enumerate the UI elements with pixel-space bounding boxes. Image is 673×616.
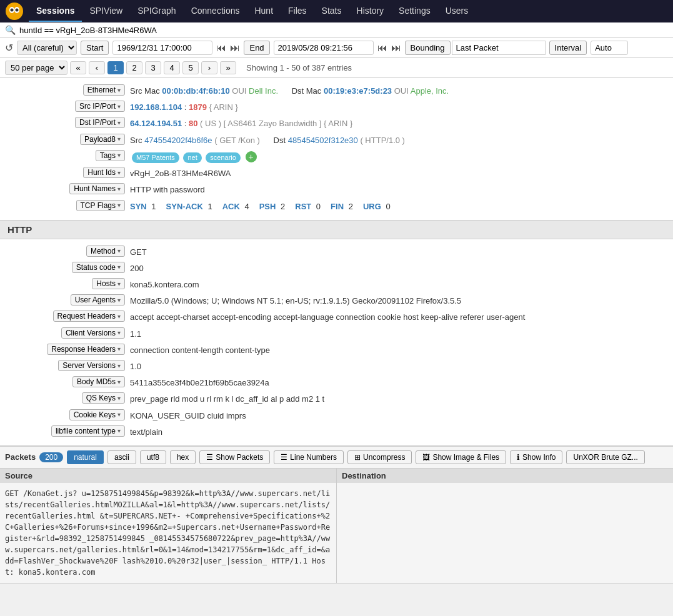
payload8-label-btn[interactable]: Payload8 ▾ (80, 134, 125, 145)
page-first-btn[interactable]: « (70, 61, 86, 74)
svg-point-3 (11, 9, 14, 12)
src-dst-bar: Source GET /KonaGet.js? u=1258751499845&… (0, 469, 673, 584)
start-next-btn[interactable]: ⏭ (230, 42, 240, 54)
page-next-btn[interactable]: › (201, 61, 217, 74)
http-section-header: HTTP (0, 220, 673, 239)
show-info-label: Show Info (522, 453, 556, 462)
field-server-versions: Server Versions ▾ 1.0 (0, 359, 673, 375)
per-page-select[interactable]: 50 per page (5, 61, 67, 75)
status-code-value: 200 (130, 262, 668, 276)
nav-spigraph[interactable]: SPIGraph (130, 1, 183, 22)
qs-keys-label-btn[interactable]: QS Keys ▾ (82, 392, 125, 404)
client-versions-label-btn[interactable]: Client Versions ▾ (61, 327, 125, 339)
nav-files[interactable]: Files (281, 1, 314, 22)
format-natural-btn[interactable]: natural (67, 450, 104, 464)
nav-history[interactable]: History (349, 1, 392, 22)
server-versions-label-btn[interactable]: Server Versions ▾ (58, 360, 125, 371)
field-tags: Tags ▾ M57 Patents net scenario + (0, 149, 673, 166)
dst-ip-label-btn[interactable]: Dst IP/Port ▾ (75, 117, 125, 128)
response-headers-value: connection content-length content-type (130, 344, 668, 357)
payload8-value: Src 474554202f4b6f6e ( GET /Kon ) Dst 48… (130, 134, 668, 147)
nav-sessions[interactable]: Sessions (29, 1, 82, 22)
body-md5s-label-btn[interactable]: Body MD5s ▾ (72, 376, 125, 387)
add-tag-button[interactable]: + (246, 151, 257, 162)
page-3-btn[interactable]: 3 (145, 61, 161, 74)
field-dst-ip: Dst IP/Port ▾ 64.124.194.51 : 80 ( US ) … (0, 116, 673, 132)
show-image-files-btn[interactable]: 🖼 Show Image & Files (416, 450, 506, 464)
show-packets-btn[interactable]: ☰ Show Packets (199, 450, 270, 464)
user-agents-label-btn[interactable]: User Agents ▾ (71, 294, 125, 306)
tcp-flags-label-btn[interactable]: TCP Flags ▾ (76, 200, 125, 211)
status-code-label-btn[interactable]: Status code ▾ (72, 262, 125, 273)
page-prev-btn[interactable]: ‹ (89, 61, 105, 74)
tag-scenario: scenario (206, 152, 241, 163)
bounding-group: Bounding (405, 41, 546, 55)
field-qs-keys: QS Keys ▾ prev_page rld mod u rl rm k l … (0, 391, 673, 407)
page-5-btn[interactable]: 5 (182, 61, 199, 74)
field-libfile: libfile content type ▾ text/plain (0, 424, 673, 440)
end-date-input[interactable] (274, 41, 374, 55)
client-versions-value: 1.1 (130, 327, 668, 341)
hosts-label-btn[interactable]: Hosts ▾ (92, 278, 125, 289)
format-ascii-btn[interactable]: ascii (107, 450, 136, 464)
show-image-files-icon: 🖼 (422, 453, 430, 462)
nav-connections[interactable]: Connections (184, 1, 247, 22)
page-last-btn[interactable]: » (220, 61, 236, 74)
line-numbers-btn[interactable]: ☰ Line Numbers (274, 450, 344, 464)
src-ip-label-btn[interactable]: Src IP/Port ▾ (75, 101, 125, 112)
ethernet-label-btn[interactable]: Ethernet ▾ (83, 84, 125, 96)
uncompress-btn[interactable]: ⊞ Uncompress (347, 450, 412, 464)
libfile-label-btn[interactable]: libfile content type ▾ (51, 425, 125, 437)
format-hex-btn[interactable]: hex (170, 450, 196, 464)
nav-users[interactable]: Users (438, 1, 476, 22)
show-info-btn[interactable]: ℹ Show Info (510, 450, 562, 464)
format-utf8-btn[interactable]: utf8 (140, 450, 166, 464)
line-numbers-icon: ☰ (281, 453, 287, 462)
tags-label-btn[interactable]: Tags ▾ (96, 150, 125, 161)
start-button[interactable]: Start (81, 41, 109, 55)
source-panel: Source GET /KonaGet.js? u=1258751499845&… (0, 469, 337, 583)
field-hunt-ids: Hunt Ids ▾ vRgH_2oB-8T3HMe4R6WA (0, 166, 673, 182)
start-prev-btn[interactable]: ⏮ (216, 42, 226, 54)
nav-settings[interactable]: Settings (391, 1, 438, 22)
search-input[interactable] (19, 26, 668, 35)
end-next-btn[interactable]: ⏭ (391, 42, 401, 54)
field-payload8: Payload8 ▾ Src 474554202f4b6f6e ( GET /K… (0, 132, 673, 149)
start-date-input[interactable] (112, 41, 212, 55)
nav-stats[interactable]: Stats (314, 1, 349, 22)
interval-button[interactable]: Interval (549, 41, 587, 55)
nav-spiview[interactable]: SPIView (82, 1, 130, 22)
field-request-headers: Request Headers ▾ accept accept-charset … (0, 309, 673, 325)
end-prev-btn[interactable]: ⏮ (377, 42, 387, 54)
tags-value: M57 Patents net scenario + (130, 150, 668, 164)
field-ethernet: Ethernet ▾ Src Mac 00:0b:db:4f:6b:10 OUI… (0, 83, 673, 99)
refresh-button[interactable]: ↺ (5, 42, 13, 54)
destination-content (337, 483, 673, 493)
show-info-icon: ℹ (517, 453, 520, 462)
end-button[interactable]: End (244, 41, 269, 55)
scope-select[interactable]: All (careful) (17, 41, 77, 55)
page-1-btn[interactable]: 1 (107, 61, 124, 74)
destination-panel: Destination (337, 469, 673, 583)
hunt-ids-label-btn[interactable]: Hunt Ids ▾ (83, 167, 125, 178)
hosts-value: kona5.kontera.com (130, 278, 668, 292)
search-button[interactable]: 🔍 (5, 25, 16, 35)
field-body-md5s: Body MD5s ▾ 5411a355ce3f4b0e21bf69b5cae3… (0, 375, 673, 391)
hunt-names-label-btn[interactable]: Hunt Names ▾ (69, 183, 125, 194)
showing-text: Showing 1 - 50 of 387 entries (246, 63, 352, 72)
page-4-btn[interactable]: 4 (164, 61, 180, 74)
response-headers-label-btn[interactable]: Response Headers ▾ (47, 344, 125, 355)
last-packet-input[interactable] (452, 41, 546, 55)
page-2-btn[interactable]: 2 (126, 61, 142, 74)
request-headers-label-btn[interactable]: Request Headers ▾ (53, 310, 125, 322)
bounding-button[interactable]: Bounding (405, 41, 451, 55)
show-packets-icon: ☰ (206, 453, 213, 462)
method-label-btn[interactable]: Method ▾ (86, 246, 125, 257)
line-numbers-label: Line Numbers (290, 453, 337, 462)
nav-hunt[interactable]: Hunt (247, 1, 281, 22)
src-ip-value: 192.168.1.104 : 1879 { ARIN } (130, 101, 668, 114)
unxor-brute-btn[interactable]: UnXOR Brute GZ... (566, 450, 644, 464)
cookie-keys-label-btn[interactable]: Cookie Keys ▾ (69, 409, 125, 420)
auto-input[interactable] (591, 41, 628, 55)
qs-keys-value: prev_page rld mod u rl rm k l dc_aff_id … (130, 392, 668, 406)
